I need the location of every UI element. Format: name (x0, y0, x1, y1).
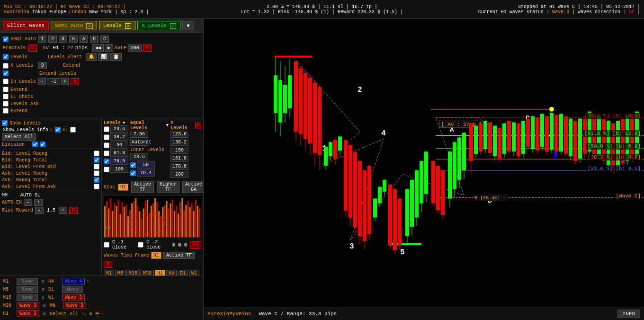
stoc-active-tf-btn[interactable]: Active TF (131, 181, 154, 193)
avle-val-btn[interactable]: 500 (128, 44, 142, 52)
auto-en-plus[interactable]: + (34, 199, 43, 206)
btn-3[interactable]: 3 (59, 36, 67, 43)
c-dot1[interactable] (172, 243, 175, 247)
levels-alert-icon1[interactable]: 📊 (98, 53, 109, 61)
c1-check[interactable] (104, 242, 109, 248)
ask-raeng-check[interactable] (94, 170, 99, 176)
ask-level-from-ask-check[interactable] (94, 184, 99, 189)
il-chois-check[interactable] (3, 94, 9, 99)
right-arrow-btn[interactable]: ▶ (105, 44, 113, 52)
stoc-higher-tf-btn[interactable]: Higher TF (157, 181, 179, 193)
levels-alert-icon2[interactable]: 📋 (110, 53, 122, 61)
bid-level-from-bid-check[interactable] (94, 164, 99, 169)
extend3-check[interactable] (3, 108, 9, 114)
tab-semi-auto[interactable]: Semi Auto a (51, 21, 97, 30)
x-col-header: X Levels R (170, 120, 201, 131)
btn-d[interactable]: D (90, 36, 98, 43)
wtf-h1-btn[interactable]: H1 (151, 252, 161, 259)
svg-rect-139 (424, 151, 428, 194)
semi-auto-check[interactable] (3, 36, 9, 42)
info-button[interactable]: INFO (617, 310, 640, 318)
tab-levels[interactable]: Levels a (99, 21, 136, 30)
in-levels-label: In Levels (10, 79, 36, 84)
c3-btn[interactable]: C3 (190, 241, 201, 249)
tokyo-link[interactable]: Tokyo (32, 9, 46, 15)
fractals-d-btn[interactable]: D (28, 44, 37, 52)
btn-2[interactable]: 2 (48, 36, 57, 43)
wtf-r-btn[interactable]: R (104, 261, 112, 268)
london-link[interactable]: London (69, 9, 86, 15)
tf-d1[interactable]: D1 (178, 270, 188, 276)
wtf-active-btn[interactable]: Active TF (163, 252, 195, 259)
btn-a[interactable]: A (80, 36, 88, 43)
rr-minus[interactable]: - (35, 207, 44, 214)
x-levels-r-btn[interactable]: R (195, 123, 201, 128)
svg-rect-6 (116, 206, 117, 237)
x-levels-d-btn[interactable]: D (38, 62, 47, 69)
rr-r[interactable]: R (69, 207, 78, 214)
in-levels-minus[interactable]: - (38, 78, 46, 85)
stoc-h1-btn[interactable]: H1 (118, 184, 128, 191)
left-arrow-btn[interactable]: ◀◀ (92, 44, 104, 52)
tf-m1[interactable]: M1 (104, 270, 114, 276)
tf-w1[interactable]: W1 (189, 270, 199, 276)
tab-x-levels[interactable]: X Levels c (137, 21, 180, 30)
wv-h1-badge: Wave 3 (17, 310, 39, 317)
levels-ask-label: Levels Ask (10, 101, 39, 107)
svg-rect-141 (431, 161, 435, 203)
tf-m30[interactable]: M30 (141, 270, 154, 276)
australia-link[interactable]: Australia (4, 9, 29, 15)
show-levels-check[interactable] (2, 120, 8, 126)
stoc-active-ga-btn[interactable]: Active GA (182, 181, 203, 193)
in-levels-plus[interactable]: + (61, 78, 69, 85)
btn-1[interactable]: 1 (38, 36, 46, 43)
tf-m5[interactable]: M5 (115, 270, 125, 276)
svg-rect-39 (179, 202, 181, 237)
levels-check[interactable] (3, 54, 9, 60)
x-levels-check[interactable] (3, 63, 9, 69)
c-dot2[interactable] (178, 243, 181, 247)
svg-rect-145 (441, 170, 445, 215)
svg-rect-15 (133, 201, 134, 237)
c2-check[interactable] (138, 242, 143, 248)
c-dot3[interactable] (184, 243, 187, 247)
bid-raeng-check[interactable] (94, 151, 99, 156)
fib-618-container: [61.8 %] [b: 12.9] (583, 131, 642, 136)
btn-c[interactable]: C (100, 36, 109, 43)
bid-level-from-bid-label: Bid: Level From Bid (2, 164, 92, 169)
extend-check[interactable] (3, 71, 9, 76)
rr-plus[interactable]: + (59, 207, 67, 214)
tab-elliot-waves[interactable]: Elliot Waves (3, 21, 49, 30)
auto-en-minus[interactable]: - (24, 199, 32, 206)
svg-rect-127 (393, 189, 397, 250)
fib-382-container: [38.2 %] [b: 4.9] (586, 154, 642, 160)
tf-h4[interactable]: H4 (166, 270, 177, 276)
show-il-check[interactable] (70, 127, 76, 133)
svg-rect-105 (338, 136, 342, 151)
extend2-check[interactable] (3, 87, 9, 92)
fib-500-label: [50.0 %] [b: 6.9] (586, 143, 642, 150)
center-row1: 2.00 % = 148.93 $ | 11.1 sl | 16.7 tp | (216, 4, 428, 9)
svg-rect-29 (160, 216, 161, 237)
levels-ask-check[interactable] (3, 101, 9, 107)
chart-area: 2 1 4 3 5 A B C [ AV : 27 p ] B [60.4%] (204, 19, 644, 320)
levels-alert-bell[interactable]: 🔔 (86, 53, 97, 61)
europe-link[interactable]: Europe (49, 9, 66, 15)
select-all-btn[interactable]: Select All (2, 133, 36, 141)
div-check2[interactable] (40, 142, 45, 147)
ask-raeng-total-check[interactable] (94, 177, 99, 183)
tf-m15[interactable]: M15 (126, 270, 140, 276)
in-levels-r[interactable]: R (71, 78, 79, 85)
ask-raeng-total-label: Ask: Raeng Total (2, 178, 92, 183)
in-levels-check[interactable] (3, 79, 9, 84)
wv-select-all[interactable]: Select All ↑↓ ⚙ ☰ (50, 311, 99, 317)
btn-s[interactable]: S (69, 36, 78, 43)
tf-h1[interactable]: H1 (155, 270, 165, 276)
newyork-link[interactable]: New York (89, 9, 112, 15)
tab-dropdown[interactable]: ▼ (182, 21, 194, 30)
bid-raeng-total-check[interactable] (94, 157, 99, 163)
x-row-0: 123.6 (170, 131, 201, 138)
show-l-check[interactable] (55, 127, 61, 133)
div-check1[interactable] (32, 142, 38, 147)
r-btn[interactable]: R (143, 44, 152, 52)
